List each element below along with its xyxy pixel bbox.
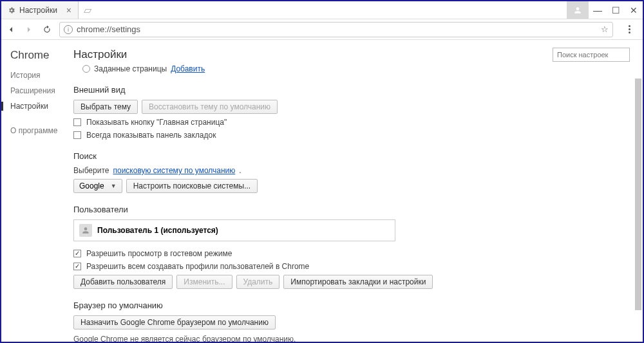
settings-search-input[interactable] [553,48,630,62]
show-home-label: Показывать кнопку "Главная страница" [86,118,227,127]
set-default-browser-button[interactable]: Назначить Google Chrome браузером по умо… [73,315,276,329]
new-tab-button[interactable]: ▱ [79,1,97,19]
edit-user-button: Изменить... [176,275,232,289]
default-browser-note: Google Chrome не является сейчас браузер… [73,335,630,342]
show-bookmarks-label: Всегда показывать панель закладок [86,131,216,140]
startup-add-link[interactable]: Добавить [171,64,205,73]
reset-theme-button: Восстановить тему по умолчанию [142,100,278,114]
gear-icon [8,6,15,14]
reload-button[interactable] [41,24,53,35]
sidebar-item-history[interactable]: История [10,71,73,80]
scroll-thumb[interactable] [635,79,641,310]
menu-button[interactable] [623,25,635,33]
sidebar-item-extensions[interactable]: Расширения [10,86,73,95]
chevron-down-icon: ▼ [111,183,117,189]
avatar-icon [79,224,92,237]
startup-pages-radio[interactable] [82,65,90,73]
delete-user-button: Удалить [236,275,280,289]
section-appearance: Внешний вид [73,85,630,95]
sidebar-brand: Chrome [10,49,73,62]
current-user-label: Пользователь 1 (используется) [97,226,218,235]
section-default-browser: Браузер по умолчанию [73,301,630,310]
search-engine-select[interactable]: Google ▼ [73,179,122,193]
main: Настройки Заданные страницы Добавить Вне… [73,40,643,342]
show-home-checkbox[interactable] [73,118,81,126]
allow-create-label: Разрешить всем создавать профили пользов… [86,262,309,271]
sidebar-item-settings[interactable]: Настройки [10,102,73,111]
choose-theme-button[interactable]: Выбрать тему [73,100,138,114]
close-icon[interactable]: × [66,5,71,15]
sidebar-item-about[interactable]: О программе [10,126,73,135]
page-title: Настройки [73,48,127,61]
back-button[interactable] [5,24,17,35]
maximize-button[interactable]: ☐ [607,1,625,19]
section-search: Поиск [73,151,630,161]
search-engine-value: Google [79,181,104,190]
search-choose-prefix: Выберите [73,166,109,175]
show-bookmarks-checkbox[interactable] [73,131,81,139]
tab-title: Настройки [19,6,57,15]
allow-create-checkbox[interactable] [73,263,81,270]
browser-tab[interactable]: Настройки × [1,1,79,19]
manage-search-button[interactable]: Настроить поисковые системы... [126,179,258,193]
account-button[interactable] [567,1,589,19]
search-choose-suffix: . [239,166,241,175]
allow-guest-label: Разрешить просмотр в гостевом режиме [86,249,232,258]
address-bar[interactable]: i chrome://settings ☆ [59,22,613,37]
sidebar: Chrome История Расширения Настройки О пр… [1,40,73,342]
search-choose-link[interactable]: поисковую систему по умолчанию [113,166,235,175]
scrollbar[interactable] [634,40,641,342]
current-user-box[interactable]: Пользователь 1 (используется) [73,219,395,241]
forward-button[interactable] [23,24,35,35]
toolbar: i chrome://settings ☆ [1,19,643,40]
content: Chrome История Расширения Настройки О пр… [1,40,643,342]
allow-guest-checkbox[interactable] [73,250,81,257]
minimize-button[interactable]: — [589,1,607,19]
bookmark-star-icon[interactable]: ☆ [601,24,609,34]
startup-pages-label: Заданные страницы [94,64,167,73]
window-controls: — ☐ ✕ [567,1,643,19]
import-button[interactable]: Импортировать закладки и настройки [283,275,433,289]
section-users: Пользователи [73,205,630,214]
titlebar: Настройки × ▱ — ☐ ✕ [1,1,643,19]
close-window-button[interactable]: ✕ [625,1,643,19]
add-user-button[interactable]: Добавить пользователя [73,275,173,289]
url-text: chrome://settings [77,24,140,34]
info-icon[interactable]: i [64,25,73,34]
